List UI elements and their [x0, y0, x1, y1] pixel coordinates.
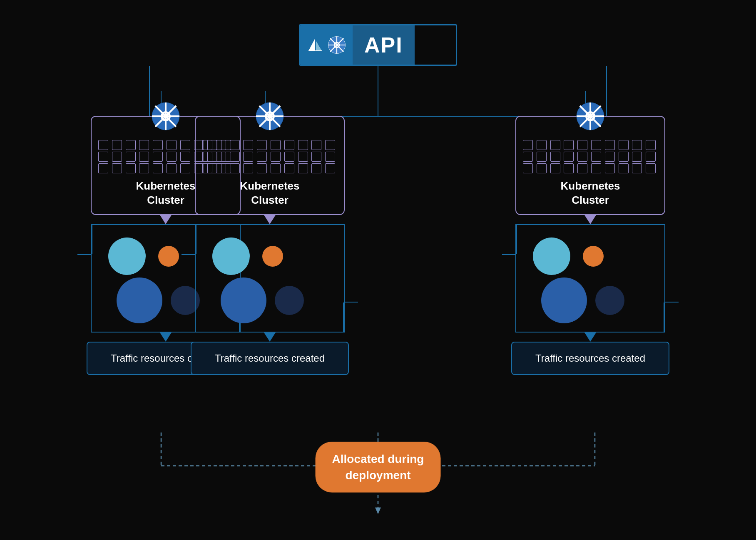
purple-arrow-center [264, 215, 276, 224]
cluster-column-right: KubernetesCluster Traffic resources crea… [482, 91, 699, 375]
traffic-text-center: Traffic resources created [215, 352, 325, 364]
circle-light-blue-right [533, 238, 570, 275]
inner-box-right [515, 224, 665, 332]
circle-dark-blue-center [221, 278, 266, 323]
grid-center [202, 140, 337, 173]
allocated-box-wrapper: Allocated duringdeployment [316, 442, 441, 492]
inner-v-tl [92, 225, 92, 254]
svg-marker-0 [308, 38, 315, 51]
cluster-column-center: KubernetesCluster Traffic resources crea… [162, 91, 378, 375]
traffic-box-right: Traffic resources created [511, 342, 669, 375]
inner-box-center [195, 224, 345, 332]
allocated-box: Allocated duringdeployment [316, 442, 441, 492]
k8s-wheel-center [255, 102, 284, 131]
api-box: API [299, 24, 457, 66]
purple-arrow-right [584, 215, 596, 224]
cluster-label-center: KubernetesCluster [240, 179, 299, 208]
k8s-wheel-right [576, 102, 605, 131]
blue-arrow-center [264, 332, 276, 342]
k8s-wheel-icon-api [328, 36, 346, 54]
diagram: API [45, 24, 711, 516]
sail-icon [307, 37, 323, 53]
circle-light-blue-center [212, 238, 250, 275]
circle-light-blue-left [108, 238, 146, 275]
circle-dark-navy-center [275, 286, 304, 315]
circle-dark-blue-left [117, 278, 162, 323]
svg-marker-1 [316, 41, 322, 51]
svg-marker-39 [375, 508, 381, 514]
inner-left-line [77, 254, 92, 255]
circle-dark-blue-right [541, 278, 587, 323]
traffic-text-right: Traffic resources created [535, 352, 645, 364]
blue-arrow-right [584, 332, 596, 342]
grid-right [523, 140, 658, 173]
k8s-cluster-center: KubernetesCluster [195, 116, 345, 215]
circle-dark-navy-right [595, 286, 624, 315]
cluster-label-right: KubernetesCluster [560, 179, 620, 208]
k8s-cluster-right: KubernetesCluster [515, 116, 665, 215]
allocated-text: Allocated duringdeployment [332, 452, 424, 482]
circle-orange-right [583, 246, 604, 267]
api-label: API [353, 25, 415, 65]
circle-orange-center [262, 246, 283, 267]
traffic-box-center: Traffic resources created [191, 342, 349, 375]
api-icons [300, 25, 353, 65]
